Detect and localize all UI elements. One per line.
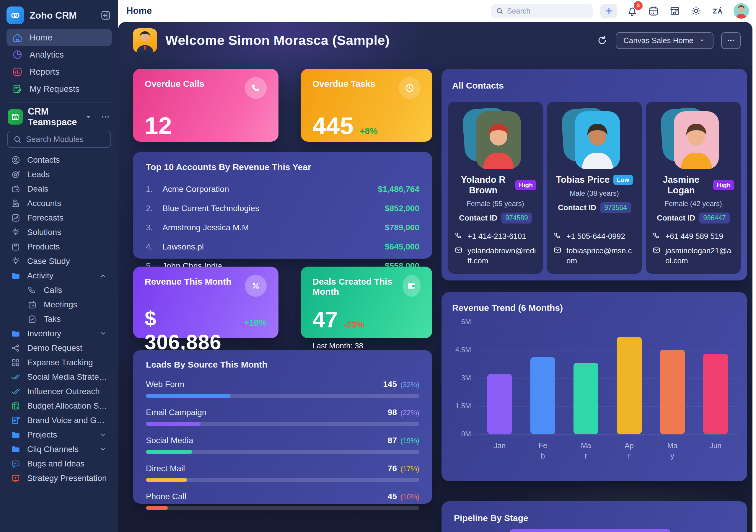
marketplace-icon[interactable] bbox=[669, 5, 681, 17]
chevron-down-icon[interactable] bbox=[99, 431, 107, 439]
sidebar-item-analytics[interactable]: Analytics bbox=[7, 46, 112, 63]
sidebar-module-taks[interactable]: Taks bbox=[7, 312, 112, 326]
plot-area: Jan Feb Mar Apr May Jun bbox=[478, 322, 737, 434]
folder-icon bbox=[11, 329, 21, 339]
module-label: Budget Allocation Spre... bbox=[27, 401, 107, 411]
contact-card[interactable]: Jasmine Logan High Female (42 years) Con… bbox=[646, 102, 741, 274]
contact-phone-row[interactable]: +61 449 589 519 bbox=[652, 231, 734, 242]
module-label: Influencer Outreach bbox=[27, 387, 107, 396]
account-row[interactable]: 1. Acme Corporation $1,486,764 bbox=[146, 184, 419, 194]
sidebar-module-inventory[interactable]: Inventory bbox=[7, 326, 112, 341]
notifications-bell-icon[interactable]: 3 bbox=[626, 5, 638, 17]
sidebar-module-calls[interactable]: Calls bbox=[7, 283, 112, 297]
module-label: Expanse Tracking bbox=[27, 358, 107, 367]
teamspace-caret-icon[interactable] bbox=[84, 113, 93, 121]
delta-badge: +10% bbox=[244, 318, 267, 328]
sidebar-module-accounts[interactable]: Accounts bbox=[7, 196, 112, 210]
sidebar-module-projects[interactable]: Projects bbox=[7, 428, 112, 442]
quick-create-button[interactable] bbox=[600, 4, 617, 18]
gear-icon[interactable] bbox=[690, 5, 702, 17]
contact-email-row[interactable]: yolandabrown@rediff.com bbox=[454, 246, 536, 266]
account-list: 1. Acme Corporation $1,486,7642. Blue Cu… bbox=[146, 184, 419, 271]
revenue-bar-jun[interactable] bbox=[703, 354, 728, 434]
contact-id-value: 936447 bbox=[699, 213, 730, 224]
module-label: Accounts bbox=[27, 199, 107, 208]
lead-progress-track bbox=[146, 450, 419, 454]
revenue-bar-feb[interactable] bbox=[530, 357, 555, 434]
contact-email-row[interactable]: tobiasprice@msn.com bbox=[554, 246, 635, 266]
sidebar-module-products[interactable]: Products bbox=[7, 239, 112, 254]
global-search[interactable] bbox=[491, 4, 593, 18]
revenue-bar-jan[interactable] bbox=[487, 374, 512, 434]
sidebar-module-budget-allocation-spre[interactable]: Budget Allocation Spre... bbox=[7, 399, 112, 413]
sidebar-module-bugs-and-ideas[interactable]: Bugs and Ideas bbox=[7, 456, 112, 471]
sidebar-module-strategy-presentation[interactable]: Strategy Presentation bbox=[7, 471, 112, 485]
chevron-up-icon[interactable] bbox=[99, 271, 107, 280]
teamspace-row[interactable]: CRM Teamspace bbox=[7, 107, 112, 127]
zia-icon[interactable] bbox=[711, 5, 725, 17]
revenue-bar-apr[interactable] bbox=[617, 337, 642, 434]
sidebar-module-expanse-tracking[interactable]: Expanse Tracking bbox=[7, 355, 112, 370]
revenue-bar-may[interactable] bbox=[660, 350, 685, 434]
sidebar-item-my-requests[interactable]: My Requests bbox=[7, 80, 112, 97]
sidebar-module-solutions[interactable]: Solutions bbox=[7, 225, 112, 239]
sidebar-module-deals[interactable]: Deals bbox=[7, 182, 112, 196]
dashboard-view-selector[interactable]: Canvas Sales Home bbox=[616, 32, 714, 49]
collapse-sidebar-icon[interactable] bbox=[100, 10, 112, 21]
teamspace-more-icon[interactable] bbox=[100, 112, 110, 122]
module-search-input[interactable] bbox=[26, 135, 105, 144]
sidebar-item-reports[interactable]: Reports bbox=[7, 63, 112, 80]
contact-phone-row[interactable]: +1 505-644-0992 bbox=[554, 231, 635, 242]
sidebar-module-influencer-outreach[interactable]: Influencer Outreach bbox=[7, 384, 112, 399]
sidebar-module-activity[interactable]: Activity bbox=[7, 268, 112, 283]
panel-title: Leads By Source This Month bbox=[146, 359, 419, 370]
account-row[interactable]: 4. Lawsons.pl $645,000 bbox=[146, 242, 419, 252]
account-row[interactable]: 2. Blue Current Technologies $852,000 bbox=[146, 204, 419, 213]
welcome-title: Welcome Simon Morasca (Sample) bbox=[165, 33, 390, 48]
x-axis-label: Jan bbox=[492, 440, 507, 451]
wallet-icon bbox=[402, 275, 420, 297]
contact-email: yolandabrown@rediff.com bbox=[468, 246, 536, 266]
chevron-down-icon[interactable] bbox=[99, 445, 107, 454]
lead-source-row: Web Form 145 (32%) bbox=[146, 380, 419, 398]
module-label: Forecasts bbox=[27, 213, 107, 223]
request-icon bbox=[12, 83, 23, 94]
y-axis-tick: 6M bbox=[452, 318, 471, 326]
sidebar-module-forecasts[interactable]: Forecasts bbox=[7, 210, 112, 225]
sidebar-module-meetings[interactable]: Meetings bbox=[7, 297, 112, 312]
lead-progress-track bbox=[146, 422, 419, 426]
all-contacts-card: All Contacts Yolando R Brown High Female… bbox=[442, 69, 747, 280]
lead-progress-fill bbox=[146, 394, 230, 398]
dashboard-more-button[interactable] bbox=[721, 32, 741, 49]
contact-card[interactable]: Yolando R Brown High Female (55 years) C… bbox=[448, 102, 543, 274]
contact-card[interactable]: Tobias Price Low Male (38 years) Contact… bbox=[547, 102, 642, 274]
sidebar-module-case-study[interactable]: Case Study bbox=[7, 254, 112, 268]
scrollbar-track[interactable] bbox=[752, 0, 756, 532]
y-axis-tick: 3M bbox=[452, 374, 471, 382]
overdue-tasks-card: Overdue Tasks 445 +8% Team workload bbox=[301, 69, 432, 142]
teamspace-store-icon bbox=[8, 109, 23, 124]
sidebar-module-social-media-strategy[interactable]: Social Media Strategy bbox=[7, 370, 112, 384]
global-search-input[interactable] bbox=[507, 7, 588, 15]
chevron-down-icon[interactable] bbox=[99, 329, 107, 338]
lead-source-label: Web Form bbox=[146, 380, 184, 389]
contact-phone-row[interactable]: +1 414-213-6101 bbox=[454, 231, 536, 242]
home-icon bbox=[12, 32, 23, 43]
account-row[interactable]: 3. Armstrong Jessica M.M $789,000 bbox=[146, 223, 419, 232]
contact-email-row[interactable]: jasminelogan21@aol.com bbox=[652, 246, 734, 266]
sidebar-module-brand-voice-and-guide[interactable]: Brand Voice and Guide... bbox=[7, 413, 112, 428]
account-name: Armstrong Jessica M.M bbox=[162, 223, 249, 232]
module-search[interactable] bbox=[7, 131, 111, 148]
calendar-icon[interactable] bbox=[647, 5, 660, 17]
sidebar-module-demo-request[interactable]: Demo Request bbox=[7, 341, 112, 355]
sidebar-item-home[interactable]: Home bbox=[7, 29, 112, 46]
revenue-bar-mar[interactable] bbox=[574, 363, 598, 434]
user-avatar[interactable] bbox=[734, 3, 749, 18]
bar-column: Feb bbox=[521, 322, 564, 434]
top-accounts-card: Top 10 Accounts By Revenue This Year 1. … bbox=[133, 152, 432, 259]
sidebar-module-contacts[interactable]: Contacts bbox=[7, 153, 112, 167]
sidebar-module-cliq-channels[interactable]: Cliq Channels bbox=[7, 442, 112, 456]
sidebar-module-leads[interactable]: Leads bbox=[7, 167, 112, 182]
refresh-icon[interactable] bbox=[596, 35, 608, 46]
chat-icon bbox=[11, 459, 21, 469]
